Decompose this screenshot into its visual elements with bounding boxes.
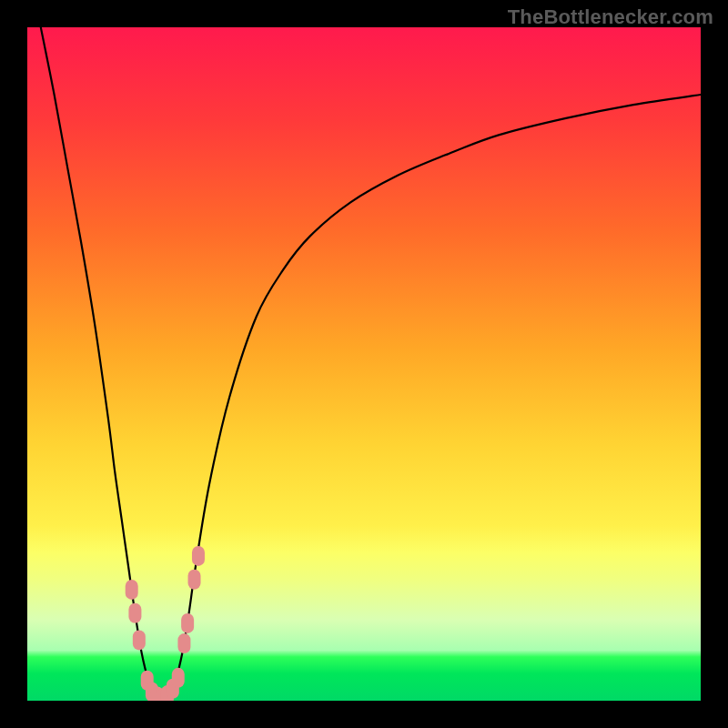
- curve-marker: [188, 570, 201, 590]
- bottleneck-curve: [41, 27, 701, 701]
- curve-marker: [156, 689, 168, 701]
- curve-marker: [133, 630, 146, 650]
- curve-marker: [161, 685, 174, 701]
- chart-svg: [27, 27, 701, 701]
- chart-frame: TheBottlenecker.com: [0, 0, 728, 728]
- curve-marker: [192, 546, 205, 566]
- curve-marker: [151, 687, 164, 701]
- curve-marker: [141, 671, 154, 691]
- curve-marker: [126, 580, 138, 600]
- watermark-text: TheBottlenecker.com: [508, 5, 713, 29]
- curve-marker: [181, 613, 194, 633]
- curve-marker: [128, 603, 141, 623]
- chart-plot-area: [27, 27, 701, 701]
- curve-marker: [167, 679, 179, 699]
- curve-marker: [172, 668, 185, 688]
- curve-marker: [177, 633, 190, 653]
- curve-markers: [126, 546, 205, 701]
- curve-marker: [146, 682, 158, 701]
